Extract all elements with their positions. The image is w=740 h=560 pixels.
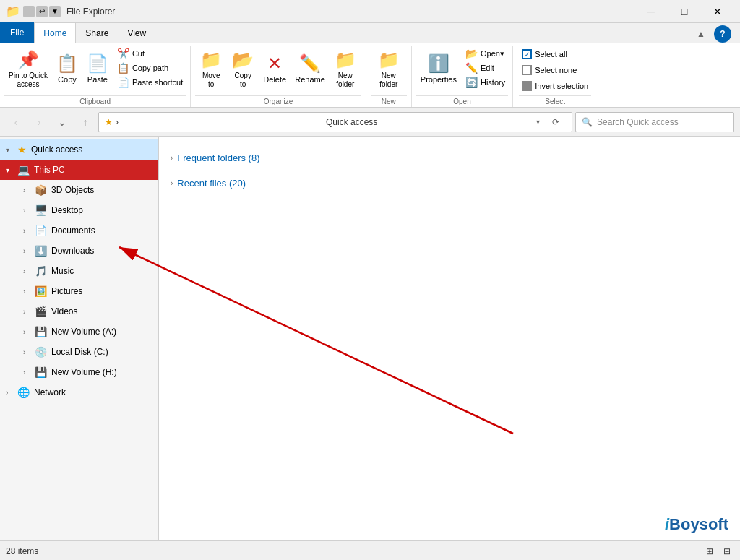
sidebar-item-pictures[interactable]: › 🖼️ Pictures — [0, 281, 158, 301]
frequent-label: Frequent folders (8) — [177, 152, 259, 163]
cut-button[interactable]: ✂️ Cut — [114, 46, 186, 61]
new-folder-btn2[interactable]: 📁 Newfolder — [371, 46, 407, 92]
properties-button[interactable]: ℹ️ Properties — [416, 46, 461, 92]
this-pc-icon: 💻 — [17, 164, 30, 176]
address-dropdown-icon[interactable]: ▾ — [536, 118, 540, 126]
tab-home[interactable]: Home — [34, 22, 76, 43]
refresh-button[interactable]: ⟳ — [546, 113, 566, 131]
recent-files-header[interactable]: › Recent files (20) — [171, 173, 728, 193]
edit-button[interactable]: ✏️ Edit — [462, 61, 508, 75]
properties-icon: ℹ️ — [428, 53, 449, 74]
downloads-label: Downloads — [51, 246, 94, 256]
forward-button[interactable]: › — [29, 112, 49, 132]
tab-share[interactable]: Share — [76, 22, 118, 43]
sidebar-item-desktop[interactable]: › 🖥️ Desktop — [0, 200, 158, 220]
copy-path-button[interactable]: 📋 Copy path — [114, 61, 186, 75]
copy-to-label: Copy to — [235, 72, 251, 89]
back-button[interactable]: ‹ — [6, 112, 26, 132]
select-label: Select — [519, 95, 591, 107]
details-view-button[interactable]: ⊞ — [702, 544, 717, 559]
sidebar-item-this-pc[interactable]: ▾ 💻 This PC — [0, 160, 158, 180]
rename-button[interactable]: ✏️ Rename — [291, 46, 330, 92]
network-label: Network — [34, 387, 66, 397]
desktop-label: Desktop — [51, 205, 83, 215]
search-box[interactable]: 🔍 Search Quick access — [575, 112, 734, 132]
paste-shortcut-button[interactable]: 📄 Paste shortcut — [114, 75, 186, 90]
paste-label: Paste — [87, 75, 108, 85]
new-folder-icon: 📁 — [335, 50, 356, 70]
desktop-icon: 🖥️ — [35, 204, 47, 216]
frequent-arrow: › — [171, 154, 173, 162]
sidebar-item-downloads[interactable]: › ⬇️ Downloads — [0, 241, 158, 261]
open-col: 📂 Open ▾ ✏️ Edit 🔄 History — [462, 46, 508, 90]
search-placeholder: Search Quick access — [597, 117, 679, 127]
network-expand: › — [6, 389, 17, 397]
select-col: ✓ Select all Select none Invert selectio… — [519, 46, 591, 94]
copy-label: Copy — [58, 75, 77, 85]
undo-button[interactable]: ↩ — [36, 6, 48, 17]
history-button[interactable]: 🔄 History — [462, 75, 508, 90]
documents-label: Documents — [51, 225, 95, 236]
large-icons-view-button[interactable]: ⊟ — [720, 544, 734, 559]
rename-icon: ✏️ — [299, 53, 321, 74]
delete-button[interactable]: ✕ Delete — [259, 46, 291, 92]
restore-button[interactable]: □ — [668, 0, 701, 23]
title-bar-actions: ↩ ▼ — [23, 6, 61, 17]
close-button[interactable]: ✕ — [701, 0, 734, 23]
sidebar-item-quick-access[interactable]: ▾ ★ Quick access — [0, 139, 158, 160]
sidebar-item-documents[interactable]: › 📄 Documents — [0, 220, 158, 241]
cut-copy-col: ✂️ Cut 📋 Copy path 📄 Paste shortcut — [114, 46, 186, 90]
frequent-folders-header[interactable]: › Frequent folders (8) — [171, 148, 728, 168]
vol-a-label: New Volume (A:) — [51, 327, 116, 337]
minimize-button[interactable]: ─ — [634, 0, 668, 23]
customize-toolbar[interactable]: ▼ — [49, 6, 61, 17]
sidebar-item-music[interactable]: › 🎵 Music — [0, 261, 158, 281]
open-button[interactable]: 📂 Open ▾ — [462, 46, 508, 61]
select-none-checkbox — [522, 65, 532, 75]
move-to-label: Move to — [202, 72, 220, 89]
new-label: New — [371, 95, 407, 107]
collapse-ribbon-button[interactable]: ▲ — [697, 27, 710, 40]
delete-label: Delete — [263, 75, 286, 85]
pictures-label: Pictures — [51, 286, 82, 296]
ribbon-group-select: ✓ Select all Select none Invert selectio… — [513, 46, 597, 107]
search-icon: 🔍 — [582, 117, 593, 127]
new-folder-button[interactable]: 📁 New folder — [330, 46, 361, 92]
paste-button[interactable]: 📄 Paste — [82, 46, 113, 92]
select-all-checkbox: ✓ — [522, 49, 532, 59]
3d-expand: › — [23, 186, 35, 194]
address-box[interactable]: ★ › Quick access ▾ ⟳ — [98, 112, 572, 132]
edit-label: Edit — [481, 64, 494, 72]
select-all-button[interactable]: ✓ Select all — [519, 46, 591, 62]
copy-to-button[interactable]: 📂 Copy to — [227, 46, 259, 92]
disk-c-expand: › — [23, 348, 35, 356]
item-count: 28 items — [6, 546, 38, 556]
sidebar-item-local-disk-c[interactable]: › 💿 Local Disk (C:) — [0, 342, 158, 362]
paste-icon: 📄 — [87, 53, 108, 74]
sidebar-item-videos[interactable]: › 🎬 Videos — [0, 301, 158, 322]
new-folder-icon2: 📁 — [378, 50, 400, 70]
sidebar-item-new-volume-a[interactable]: › 💾 New Volume (A:) — [0, 322, 158, 342]
tab-file[interactable]: File — [0, 22, 34, 43]
pin-to-quick-access-button[interactable]: 📌 Pin to Quick access — [4, 46, 52, 92]
vol-h-icon: 💾 — [35, 366, 47, 378]
paste-shortcut-icon: 📄 — [117, 77, 129, 88]
invert-selection-button[interactable]: Invert selection — [519, 78, 591, 94]
help-button[interactable]: ? — [714, 25, 731, 43]
sidebar-item-3d-objects[interactable]: › 📦 3D Objects — [0, 180, 158, 200]
address-path: Quick access — [326, 117, 533, 127]
sidebar-item-new-volume-h[interactable]: › 💾 New Volume (H:) — [0, 362, 158, 382]
select-none-button[interactable]: Select none — [519, 62, 591, 78]
move-to-button[interactable]: 📁 Move to — [195, 46, 227, 92]
copy-path-label: Copy path — [132, 64, 168, 72]
copy-to-icon: 📂 — [232, 50, 254, 70]
vol-h-label: New Volume (H:) — [51, 367, 117, 377]
vol-h-expand: › — [23, 369, 35, 376]
recent-locations-button[interactable]: ⌄ — [52, 112, 72, 132]
downloads-icon: ⬇️ — [35, 245, 47, 257]
sidebar-item-network[interactable]: › 🌐 Network — [0, 382, 158, 402]
up-button[interactable]: ↑ — [75, 112, 95, 132]
ribbon-group-open: ℹ️ Properties 📂 Open ▾ ✏️ Edit 🔄 History… — [412, 46, 513, 107]
tab-view[interactable]: View — [118, 22, 155, 43]
copy-button[interactable]: 📋 Copy — [52, 46, 82, 92]
